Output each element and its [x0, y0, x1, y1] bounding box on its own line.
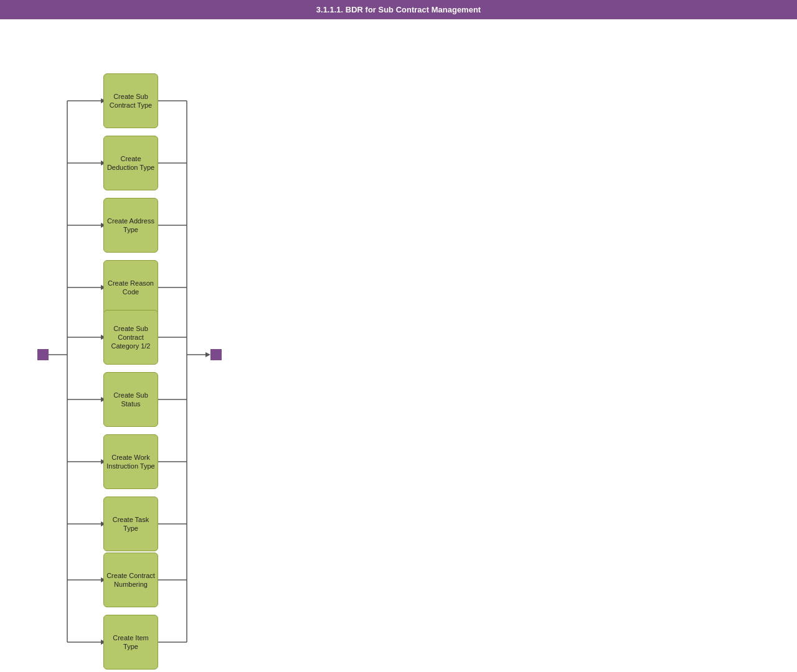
node-item-type[interactable]: Create Item Type — [103, 615, 158, 670]
node-task-type[interactable]: Create Task Type — [103, 497, 158, 551]
node-sub-contract-type[interactable]: Create Sub Contract Type — [103, 73, 158, 128]
node-sub-contract-category[interactable]: Create Sub Contract Category 1/2 — [103, 310, 158, 365]
start-terminal — [37, 349, 49, 360]
node-instruction-type[interactable]: Create Work Instruction Type — [103, 434, 158, 489]
node-sub-status[interactable]: Create Sub Status — [103, 372, 158, 427]
header-title: 3.1.1.1. BDR for Sub Contract Management — [316, 5, 481, 14]
node-reason-code[interactable]: Create Reason Code — [103, 260, 158, 315]
node-contract-numbering[interactable]: Create Contract Numbering — [103, 553, 158, 607]
page-header: 3.1.1.1. BDR for Sub Contract Management — [0, 0, 797, 19]
node-deduction-type[interactable]: Create Deduction Type — [103, 136, 158, 190]
node-address-type[interactable]: Create Address Type — [103, 198, 158, 253]
svg-marker-34 — [205, 352, 210, 357]
diagram-container: Create Sub Contract Type Create Deductio… — [0, 19, 797, 672]
end-terminal — [210, 349, 222, 360]
